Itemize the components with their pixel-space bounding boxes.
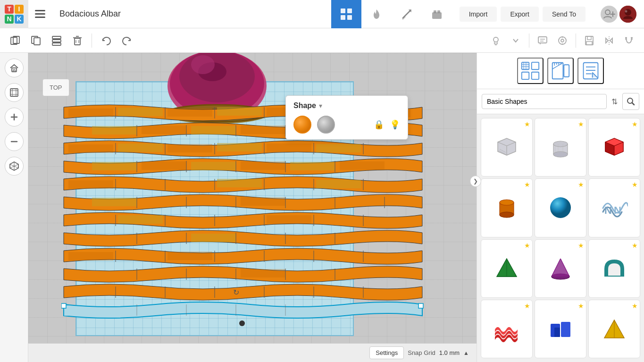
svg-rect-5 bbox=[341, 15, 345, 20]
shapes-sort-icon[interactable]: ⇅ bbox=[610, 95, 619, 108]
shapes-dropdown-bar: Basic Shapes Featured Shape Generators T… bbox=[477, 89, 644, 114]
shape-hole-option[interactable] bbox=[317, 116, 335, 134]
home-view-btn[interactable] bbox=[5, 59, 24, 77]
svg-rect-105 bbox=[191, 162, 236, 170]
shape-item-block-blue[interactable]: ★ bbox=[535, 300, 586, 358]
shape-preview-arch-teal bbox=[600, 254, 628, 283]
shape-item-box[interactable]: ★ bbox=[481, 118, 533, 177]
snap-arrow-icon[interactable]: ▲ bbox=[463, 350, 469, 356]
shape-item-scribble[interactable]: ★ N N bbox=[588, 178, 640, 237]
target-tool[interactable] bbox=[553, 31, 572, 50]
shape-item-cylinder[interactable]: ★ bbox=[535, 118, 586, 177]
right-panel: Basic Shapes Featured Shape Generators T… bbox=[477, 53, 644, 362]
zoom-in-btn[interactable] bbox=[5, 108, 24, 126]
top-bar: T I N K Bodacious Albar bbox=[0, 0, 644, 28]
svg-rect-228 bbox=[561, 322, 570, 337]
left-panel bbox=[0, 53, 28, 362]
svg-rect-107 bbox=[290, 162, 335, 170]
grid-panel-btn[interactable] bbox=[517, 58, 544, 84]
svg-rect-170 bbox=[61, 303, 66, 308]
svg-point-16 bbox=[625, 10, 627, 12]
comment-tool[interactable] bbox=[533, 31, 552, 50]
svg-rect-123 bbox=[92, 198, 137, 206]
shape-item-pyramid-yellow[interactable]: ★ bbox=[588, 300, 640, 358]
svg-rect-66 bbox=[68, 109, 113, 117]
delete-tool[interactable] bbox=[68, 31, 87, 50]
export-button[interactable]: Export bbox=[501, 7, 538, 22]
shape-star-10: ★ bbox=[524, 302, 530, 310]
svg-line-183 bbox=[552, 63, 563, 69]
shapes-category-select[interactable]: Basic Shapes Featured Shape Generators T… bbox=[482, 94, 607, 109]
svg-rect-1 bbox=[35, 13, 45, 15]
fit-view-btn[interactable] bbox=[5, 83, 24, 102]
shape-item-arch-teal[interactable]: ★ bbox=[588, 239, 640, 298]
zoom-out-btn[interactable] bbox=[5, 132, 24, 151]
svg-rect-8 bbox=[432, 12, 442, 19]
toolbar-separator-3 bbox=[576, 34, 576, 48]
shape-preview-cone-purple bbox=[546, 254, 575, 283]
panel-collapse-arrow[interactable]: ❯ bbox=[470, 176, 481, 187]
send-to-button[interactable]: Send To bbox=[543, 7, 585, 22]
svg-rect-69 bbox=[217, 107, 262, 116]
shape-star-8: ★ bbox=[578, 242, 584, 249]
notes-panel-btn[interactable] bbox=[577, 58, 604, 84]
3d-view-btn[interactable] bbox=[5, 157, 24, 176]
shapes-search-btn[interactable] bbox=[622, 93, 639, 110]
shape-item-red-cube[interactable]: ★ bbox=[588, 118, 640, 177]
stack-tool[interactable] bbox=[47, 31, 66, 50]
svg-rect-6 bbox=[347, 15, 352, 20]
nav-design[interactable] bbox=[331, 0, 361, 28]
toolbar-separator-2 bbox=[529, 34, 529, 48]
svg-rect-21 bbox=[52, 36, 61, 39]
copy-tool[interactable] bbox=[26, 31, 45, 50]
shape-item-cone-purple[interactable]: ★ bbox=[535, 239, 586, 298]
svg-rect-153 bbox=[241, 269, 285, 278]
toolbar-separator-1 bbox=[92, 34, 92, 48]
shape-star-5: ★ bbox=[578, 181, 584, 188]
shape-item-sphere[interactable]: ★ bbox=[535, 178, 586, 237]
shape-item-pyramid-green[interactable]: ★ bbox=[481, 239, 533, 298]
svg-rect-91 bbox=[68, 144, 113, 153]
svg-rect-146 bbox=[167, 252, 212, 260]
canvas-area[interactable]: TOP bbox=[28, 53, 477, 362]
nav-fire[interactable] bbox=[361, 0, 392, 28]
shape-solid-option[interactable] bbox=[293, 116, 311, 134]
shape-preview-block-blue bbox=[546, 315, 575, 343]
ruler-panel-btn[interactable] bbox=[547, 58, 574, 84]
user-avatar[interactable] bbox=[619, 6, 636, 23]
undo-tool[interactable] bbox=[97, 31, 116, 50]
svg-rect-39 bbox=[587, 36, 591, 40]
magnet-tool[interactable] bbox=[619, 31, 638, 50]
hamburger-menu[interactable] bbox=[28, 0, 52, 28]
project-name[interactable]: Bodacious Albar bbox=[52, 9, 331, 19]
svg-rect-22 bbox=[52, 40, 61, 42]
chevron-down-tool[interactable] bbox=[506, 31, 525, 50]
shape-star-4: ★ bbox=[524, 181, 530, 188]
shape-preview-pyramid-yellow bbox=[600, 315, 628, 343]
add-user-icon[interactable] bbox=[601, 6, 618, 23]
shape-star-3: ★ bbox=[632, 120, 638, 128]
shape-lock-btn[interactable]: 🔒 bbox=[374, 119, 384, 130]
new-copy-tool[interactable] bbox=[6, 31, 25, 50]
svg-text:N: N bbox=[604, 204, 612, 216]
mirror-tool[interactable] bbox=[600, 31, 619, 50]
shape-star-9: ★ bbox=[632, 242, 638, 249]
save-tool[interactable] bbox=[580, 31, 599, 50]
svg-rect-132 bbox=[267, 215, 311, 224]
canvas-bricks[interactable]: ↻ bbox=[61, 102, 425, 362]
logo-k: K bbox=[15, 15, 24, 24]
nav-pickaxe[interactable] bbox=[392, 0, 422, 28]
svg-rect-80 bbox=[142, 126, 186, 134]
redo-tool[interactable] bbox=[117, 31, 136, 50]
svg-rect-3 bbox=[341, 8, 345, 13]
logo[interactable]: T I N K bbox=[0, 0, 28, 28]
shape-star-6: ★ bbox=[632, 181, 638, 188]
shape-item-orange-cylinder[interactable]: ★ bbox=[481, 178, 533, 237]
shape-item-wavy-red[interactable]: ★ bbox=[481, 300, 533, 358]
svg-rect-67 bbox=[118, 108, 163, 116]
bulb-tool[interactable] bbox=[486, 31, 505, 50]
nav-lego[interactable] bbox=[422, 0, 452, 28]
shape-light-btn[interactable]: 💡 bbox=[390, 119, 400, 130]
import-button[interactable]: Import bbox=[460, 7, 497, 22]
svg-point-29 bbox=[493, 37, 498, 42]
